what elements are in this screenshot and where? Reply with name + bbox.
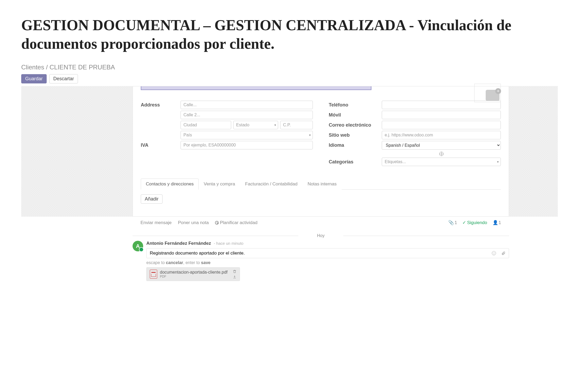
save-button[interactable]: Guardar bbox=[21, 74, 47, 83]
language-select[interactable]: Spanish / Español bbox=[382, 141, 501, 150]
label-address: Address bbox=[141, 101, 181, 108]
trash-icon[interactable] bbox=[233, 270, 236, 273]
paperclip-icon[interactable] bbox=[501, 251, 506, 255]
globe-icon[interactable] bbox=[439, 152, 444, 156]
tabs: Contactos y direcciones Venta y compra F… bbox=[141, 178, 501, 190]
tab-contacts[interactable]: Contactos y direcciones bbox=[141, 179, 199, 190]
pdf-icon bbox=[150, 270, 157, 279]
discard-button[interactable]: Descartar bbox=[49, 74, 78, 83]
chatter-right: 📎1 ✓Siguiendo 👤1 bbox=[448, 220, 501, 225]
note-timestamp: - hace un minuto bbox=[214, 241, 243, 246]
breadcrumb: Clientes / CLIENTE DE PRUEBA bbox=[21, 64, 558, 71]
paperclip-icon: 📎 bbox=[448, 220, 454, 225]
breadcrumb-current: CLIENTE DE PRUEBA bbox=[50, 64, 115, 71]
mobile-input[interactable] bbox=[382, 111, 501, 119]
chatter-bar: Enviar mensaje Poner una nota Planificar… bbox=[133, 217, 509, 229]
app-shell: Clientes / CLIENTE DE PRUEBA Guardar Des… bbox=[0, 58, 579, 302]
website-input[interactable] bbox=[382, 131, 501, 139]
person-icon: 👤 bbox=[493, 220, 498, 225]
form-sheet: Address ▾ bbox=[133, 86, 509, 217]
avatar: A bbox=[133, 241, 143, 251]
composer-help-text: escape to cancelar, enter to save bbox=[146, 260, 509, 265]
label-categories: Categorías bbox=[329, 158, 382, 165]
add-button[interactable]: Añadir bbox=[141, 194, 163, 204]
chatter-actions: Enviar mensaje Poner una nota Planificar… bbox=[141, 220, 257, 225]
attachment-name[interactable]: documentacion-aportada-cliente.pdf bbox=[160, 270, 227, 275]
street-input[interactable] bbox=[181, 101, 313, 109]
tab-sales[interactable]: Venta y compra bbox=[199, 179, 240, 190]
log-note-action[interactable]: Poner una nota bbox=[178, 220, 209, 225]
label-website: Sitio web bbox=[329, 131, 382, 138]
label-mobile: Móvil bbox=[329, 111, 382, 118]
today-separator: Hoy bbox=[133, 233, 509, 238]
clock-icon bbox=[215, 221, 219, 225]
download-icon[interactable] bbox=[233, 275, 236, 279]
note-author: Antonio Fernández Fernández bbox=[146, 241, 211, 246]
schedule-activity-action[interactable]: Planificar actividad bbox=[215, 220, 257, 225]
tab-internal-notes[interactable]: Notas internas bbox=[302, 179, 342, 190]
tab-invoicing[interactable]: Facturación / Contabilidad bbox=[240, 179, 303, 190]
tab-body: Añadir bbox=[133, 190, 509, 208]
country-select[interactable] bbox=[181, 131, 313, 139]
categories-select[interactable] bbox=[382, 158, 501, 166]
right-column: Teléfono Móvil Correo electrónico Sitio … bbox=[329, 101, 501, 168]
label-email: Correo electrónico bbox=[329, 121, 382, 128]
note-header: Antonio Fernández Fernández - hace un mi… bbox=[146, 241, 509, 246]
state-select[interactable] bbox=[233, 121, 278, 129]
main-body: Address ▾ bbox=[21, 86, 558, 217]
check-icon: ✓ bbox=[462, 220, 466, 225]
city-input[interactable] bbox=[181, 121, 231, 129]
name-field-strip[interactable] bbox=[141, 86, 371, 90]
attachment-count[interactable]: 📎1 bbox=[448, 220, 457, 225]
attachment-chip: documentacion-aportada-cliente.pdf PDF bbox=[146, 267, 240, 281]
breadcrumb-separator: / bbox=[46, 64, 48, 71]
follower-count[interactable]: 👤1 bbox=[493, 220, 501, 225]
camera-plus-icon bbox=[486, 90, 499, 101]
street2-input[interactable] bbox=[181, 111, 313, 119]
vat-input[interactable] bbox=[181, 141, 313, 149]
following-toggle[interactable]: ✓Siguiendo bbox=[462, 220, 487, 225]
form-grid: Address ▾ bbox=[133, 95, 509, 173]
zip-input[interactable] bbox=[280, 121, 313, 129]
label-phone: Teléfono bbox=[329, 101, 382, 108]
label-language: Idioma bbox=[329, 141, 382, 148]
document-title: GESTION DOCUMENTAL – GESTION CENTRALIZAD… bbox=[0, 0, 579, 58]
breadcrumb-root-link[interactable]: Clientes bbox=[21, 64, 44, 71]
image-placeholder[interactable] bbox=[474, 84, 501, 102]
note-input-wrapper bbox=[146, 248, 509, 258]
note-input[interactable] bbox=[150, 251, 492, 256]
emoji-icon[interactable] bbox=[492, 251, 496, 255]
email-input[interactable] bbox=[382, 121, 501, 129]
note-composer: A Antonio Fernández Fernández - hace un … bbox=[133, 241, 509, 281]
left-column: Address ▾ bbox=[141, 101, 313, 168]
app-header: Clientes / CLIENTE DE PRUEBA Guardar Des… bbox=[21, 58, 558, 86]
send-message-action[interactable]: Enviar mensaje bbox=[141, 220, 172, 225]
action-buttons: Guardar Descartar bbox=[21, 74, 558, 83]
label-iva: IVA bbox=[141, 141, 181, 148]
attachment-type: PDF bbox=[160, 275, 227, 278]
